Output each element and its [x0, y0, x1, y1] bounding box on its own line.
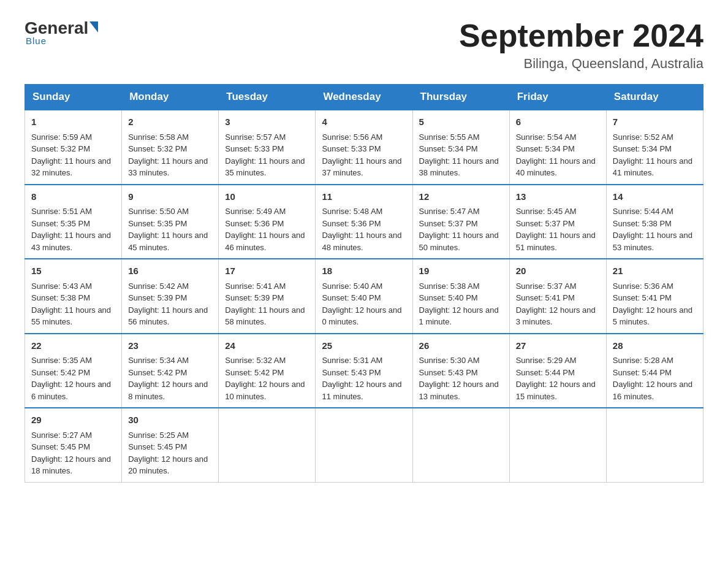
sunset-text: Sunset: 5:34 PM — [613, 144, 672, 153]
calendar-cell: 27Sunrise: 5:29 AMSunset: 5:44 PMDayligh… — [509, 334, 606, 408]
calendar-cell — [316, 408, 412, 482]
calendar-cell: 25Sunrise: 5:31 AMSunset: 5:43 PMDayligh… — [316, 334, 412, 408]
calendar-cell: 2Sunrise: 5:58 AMSunset: 5:32 PMDaylight… — [122, 110, 219, 185]
daylight-text: Daylight: 11 hours and 32 minutes. — [31, 156, 111, 178]
sunrise-text: Sunrise: 5:38 AM — [419, 282, 480, 291]
calendar-cell: 22Sunrise: 5:35 AMSunset: 5:42 PMDayligh… — [25, 334, 122, 408]
sunrise-text: Sunrise: 5:28 AM — [613, 356, 673, 365]
sunset-text: Sunset: 5:45 PM — [128, 442, 187, 451]
calendar-cell: 17Sunrise: 5:41 AMSunset: 5:39 PMDayligh… — [219, 259, 316, 334]
sunset-text: Sunset: 5:33 PM — [322, 144, 381, 153]
day-number: 27 — [516, 339, 600, 353]
calendar-cell: 30Sunrise: 5:25 AMSunset: 5:45 PMDayligh… — [122, 408, 219, 482]
sunset-text: Sunset: 5:44 PM — [613, 368, 672, 377]
sunset-text: Sunset: 5:45 PM — [31, 442, 90, 451]
daylight-text: Daylight: 12 hours and 15 minutes. — [516, 380, 596, 401]
sunset-text: Sunset: 5:43 PM — [419, 368, 478, 377]
day-number: 11 — [322, 190, 406, 204]
sunset-text: Sunset: 5:34 PM — [419, 144, 478, 153]
calendar-cell: 20Sunrise: 5:37 AMSunset: 5:41 PMDayligh… — [509, 259, 606, 334]
sunset-text: Sunset: 5:37 PM — [516, 219, 575, 228]
daylight-text: Daylight: 12 hours and 16 minutes. — [613, 380, 692, 401]
day-number: 3 — [225, 115, 309, 129]
daylight-text: Daylight: 11 hours and 43 minutes. — [31, 231, 111, 252]
sunrise-text: Sunrise: 5:51 AM — [31, 207, 92, 216]
sunrise-text: Sunrise: 5:45 AM — [516, 207, 577, 216]
day-number: 19 — [419, 264, 503, 278]
daylight-text: Daylight: 12 hours and 1 minute. — [419, 305, 499, 327]
sunrise-text: Sunrise: 5:29 AM — [516, 356, 577, 365]
day-number: 7 — [613, 115, 697, 129]
day-number: 15 — [31, 264, 115, 278]
calendar-cell — [412, 408, 509, 482]
day-number: 20 — [516, 264, 600, 278]
sunrise-text: Sunrise: 5:35 AM — [31, 356, 92, 365]
daylight-text: Daylight: 11 hours and 38 minutes. — [419, 156, 499, 178]
daylight-text: Daylight: 12 hours and 13 minutes. — [419, 380, 499, 401]
sunset-text: Sunset: 5:43 PM — [322, 368, 381, 377]
calendar-cell: 28Sunrise: 5:28 AMSunset: 5:44 PMDayligh… — [606, 334, 703, 408]
col-sunday: Sunday — [25, 85, 122, 110]
location-title: Bilinga, Queensland, Australia — [459, 56, 703, 72]
daylight-text: Daylight: 11 hours and 46 minutes. — [225, 231, 305, 252]
calendar-cell: 16Sunrise: 5:42 AMSunset: 5:39 PMDayligh… — [122, 259, 219, 334]
daylight-text: Daylight: 12 hours and 18 minutes. — [31, 454, 111, 476]
day-number: 22 — [31, 339, 115, 353]
calendar-cell: 6Sunrise: 5:54 AMSunset: 5:34 PMDaylight… — [509, 110, 606, 185]
sunset-text: Sunset: 5:42 PM — [31, 368, 90, 377]
sunrise-text: Sunrise: 5:40 AM — [322, 282, 382, 291]
sunrise-text: Sunrise: 5:34 AM — [128, 356, 189, 365]
calendar-cell: 24Sunrise: 5:32 AMSunset: 5:42 PMDayligh… — [219, 334, 316, 408]
day-number: 16 — [128, 264, 212, 278]
sunrise-text: Sunrise: 5:57 AM — [225, 132, 286, 142]
sunset-text: Sunset: 5:35 PM — [31, 219, 90, 228]
sunrise-text: Sunrise: 5:59 AM — [31, 132, 92, 142]
sunrise-text: Sunrise: 5:44 AM — [613, 207, 673, 216]
daylight-text: Daylight: 11 hours and 37 minutes. — [322, 156, 401, 178]
daylight-text: Daylight: 11 hours and 51 minutes. — [516, 231, 596, 252]
sunset-text: Sunset: 5:40 PM — [322, 293, 381, 302]
page-header: General Blue September 2024 Bilinga, Que… — [25, 18, 703, 72]
calendar-cell: 9Sunrise: 5:50 AMSunset: 5:35 PMDaylight… — [122, 185, 219, 259]
sunrise-text: Sunrise: 5:30 AM — [419, 356, 480, 365]
sunset-text: Sunset: 5:38 PM — [613, 219, 672, 228]
calendar-week-row: 22Sunrise: 5:35 AMSunset: 5:42 PMDayligh… — [25, 334, 703, 408]
logo-triangle-icon — [89, 21, 98, 33]
day-number: 17 — [225, 264, 309, 278]
calendar-cell: 5Sunrise: 5:55 AMSunset: 5:34 PMDaylight… — [412, 110, 509, 185]
day-number: 14 — [613, 190, 697, 204]
sunset-text: Sunset: 5:42 PM — [128, 368, 187, 377]
sunrise-text: Sunrise: 5:50 AM — [128, 207, 189, 216]
calendar-cell: 14Sunrise: 5:44 AMSunset: 5:38 PMDayligh… — [606, 185, 703, 259]
day-number: 18 — [322, 264, 406, 278]
daylight-text: Daylight: 11 hours and 53 minutes. — [613, 231, 692, 252]
sunset-text: Sunset: 5:42 PM — [225, 368, 284, 377]
day-number: 6 — [516, 115, 600, 129]
calendar-cell: 12Sunrise: 5:47 AMSunset: 5:37 PMDayligh… — [412, 185, 509, 259]
daylight-text: Daylight: 11 hours and 40 minutes. — [516, 156, 596, 178]
calendar-cell: 3Sunrise: 5:57 AMSunset: 5:33 PMDaylight… — [219, 110, 316, 185]
sunrise-text: Sunrise: 5:31 AM — [322, 356, 382, 365]
col-tuesday: Tuesday — [219, 85, 316, 110]
calendar-cell: 11Sunrise: 5:48 AMSunset: 5:36 PMDayligh… — [316, 185, 412, 259]
calendar-cell: 29Sunrise: 5:27 AMSunset: 5:45 PMDayligh… — [25, 408, 122, 482]
sunrise-text: Sunrise: 5:49 AM — [225, 207, 286, 216]
calendar-cell: 23Sunrise: 5:34 AMSunset: 5:42 PMDayligh… — [122, 334, 219, 408]
sunset-text: Sunset: 5:40 PM — [419, 293, 478, 302]
sunset-text: Sunset: 5:41 PM — [516, 293, 575, 302]
calendar-header-row: Sunday Monday Tuesday Wednesday Thursday… — [25, 85, 703, 110]
sunrise-text: Sunrise: 5:48 AM — [322, 207, 382, 216]
day-number: 24 — [225, 339, 309, 353]
day-number: 1 — [31, 115, 115, 129]
sunset-text: Sunset: 5:34 PM — [516, 144, 575, 153]
daylight-text: Daylight: 11 hours and 55 minutes. — [31, 305, 111, 327]
calendar-cell: 18Sunrise: 5:40 AMSunset: 5:40 PMDayligh… — [316, 259, 412, 334]
month-title: September 2024 — [459, 18, 703, 53]
daylight-text: Daylight: 12 hours and 3 minutes. — [516, 305, 596, 327]
col-thursday: Thursday — [412, 85, 509, 110]
sunset-text: Sunset: 5:41 PM — [613, 293, 672, 302]
day-number: 26 — [419, 339, 503, 353]
day-number: 23 — [128, 339, 212, 353]
calendar-cell: 26Sunrise: 5:30 AMSunset: 5:43 PMDayligh… — [412, 334, 509, 408]
sunset-text: Sunset: 5:39 PM — [128, 293, 187, 302]
